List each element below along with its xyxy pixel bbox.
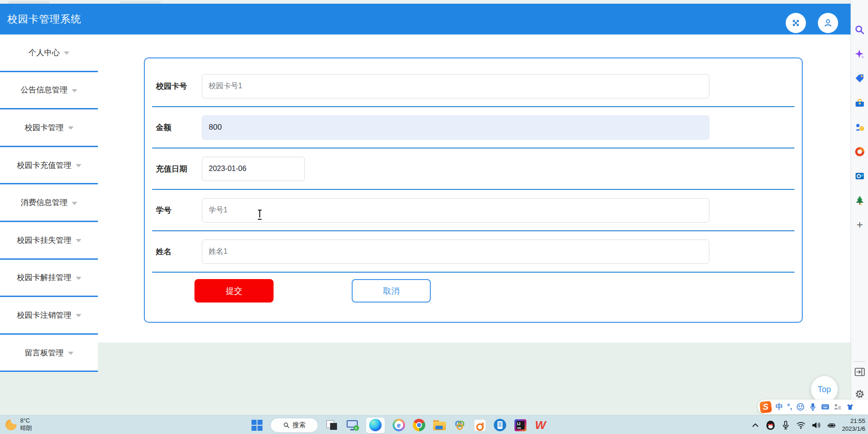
nav-item-label: 公告信息管理	[21, 85, 68, 95]
file-explorer-icon[interactable]	[433, 419, 445, 431]
form-row-name: 姓名	[152, 231, 794, 273]
tray-clock[interactable]: 21:55 2023/1/6	[842, 417, 865, 433]
nav-item-cancellation-mgmt[interactable]: 校园卡注销管理	[0, 297, 98, 335]
fullscreen-icon	[791, 18, 801, 28]
nav-item-personal-center[interactable]: 个人中心	[0, 34, 98, 72]
weather-temp: 8°C	[20, 417, 32, 425]
chevron-down-icon	[76, 314, 81, 317]
nav-item-label: 留言板管理	[25, 348, 64, 358]
chevron-down-icon	[76, 239, 81, 242]
wifi-icon[interactable]	[796, 421, 805, 430]
user-icon	[822, 17, 834, 29]
xshell-icon[interactable]: x	[346, 419, 358, 431]
recharge-date-input[interactable]	[202, 157, 305, 181]
ime-toolbar: S 中 °,	[758, 400, 868, 414]
nav-item-label: 个人中心	[29, 47, 60, 58]
name-label: 姓名	[152, 246, 202, 257]
windows-start-icon[interactable]	[251, 419, 263, 431]
search-icon[interactable]	[854, 24, 866, 36]
navicat-icon[interactable]	[453, 419, 466, 431]
phrase-icon[interactable]	[834, 403, 842, 411]
recharge-form-panel: 校园卡号 金额 充值日期 学号 姓名 提交 取消	[144, 57, 803, 323]
nav-item-loss-report-mgmt[interactable]: 校园卡挂失管理	[0, 222, 98, 260]
volume-icon[interactable]	[811, 421, 821, 430]
office-icon[interactable]	[854, 146, 866, 158]
nav-item-announcement-mgmt[interactable]: 公告信息管理	[0, 72, 98, 110]
weather-widget[interactable]: 8°C 晴朗	[6, 417, 32, 432]
nav-item-card-mgmt[interactable]: 校园卡管理	[0, 109, 98, 147]
task-view-icon[interactable]	[326, 419, 338, 431]
form-row-card-number: 校园卡号	[152, 66, 794, 107]
weather-condition: 晴朗	[20, 425, 32, 432]
media-app-icon[interactable]	[474, 419, 486, 431]
microphone-icon[interactable]	[781, 421, 790, 430]
form-buttons-row: 提交 取消	[152, 279, 794, 303]
collapse-sidebar-icon[interactable]	[855, 368, 865, 378]
nav-item-message-board-mgmt[interactable]: 留言板管理	[0, 335, 98, 372]
page-body: 个人中心 公告信息管理 校园卡管理 校园卡充值管理 消费信息管理 校园卡挂失管理…	[0, 34, 851, 415]
ime-punctuation[interactable]: °,	[787, 403, 792, 411]
app-header: 校园卡管理系统	[0, 4, 851, 34]
cancel-button[interactable]: 取消	[352, 279, 431, 303]
ie-360-browser-icon[interactable]: e	[393, 419, 405, 431]
left-nav: 个人中心 公告信息管理 校园卡管理 校园卡充值管理 消费信息管理 校园卡挂失管理…	[0, 34, 98, 372]
nav-item-recharge-mgmt[interactable]: 校园卡充值管理	[0, 147, 98, 185]
user-button[interactable]	[818, 13, 838, 33]
taskbar-search-label: 搜索	[293, 421, 306, 429]
chevron-down-icon	[72, 89, 77, 92]
form-row-student-id: 学号	[152, 190, 794, 231]
chevron-down-icon	[72, 202, 77, 205]
qq-icon[interactable]	[766, 421, 775, 430]
chevron-down-icon	[64, 51, 69, 55]
nav-item-label: 校园卡挂失管理	[17, 235, 72, 246]
toolbox-icon[interactable]	[854, 97, 866, 109]
soft-keyboard-icon[interactable]	[821, 403, 829, 411]
voice-input-icon[interactable]	[809, 403, 817, 411]
shopping-icon[interactable]	[854, 73, 866, 85]
nav-item-consumption-mgmt[interactable]: 消费信息管理	[0, 184, 98, 222]
skin-icon[interactable]	[846, 403, 854, 411]
fullscreen-button[interactable]	[786, 13, 806, 33]
games-icon[interactable]	[854, 121, 866, 133]
tray-time: 21:55	[842, 417, 865, 425]
chevron-down-icon	[76, 164, 81, 167]
battery-icon[interactable]	[827, 421, 836, 430]
nav-item-label: 校园卡解挂管理	[17, 272, 72, 283]
card-number-input[interactable]	[202, 74, 709, 98]
text-cursor	[257, 209, 262, 218]
name-input[interactable]	[202, 240, 709, 264]
taskbar-icons: 搜索 x e IJ W	[251, 416, 547, 434]
ime-mode-chinese[interactable]: 中	[776, 402, 783, 412]
sidebar-divider	[854, 361, 866, 362]
taskbar-search[interactable]: 搜索	[271, 418, 318, 432]
amount-label: 金额	[152, 122, 202, 133]
system-tray: 21:55 2023/1/6	[751, 416, 865, 434]
submit-button[interactable]: 提交	[194, 279, 274, 303]
amount-input[interactable]	[202, 115, 709, 140]
tree-icon[interactable]	[854, 194, 866, 206]
phone-link-icon[interactable]	[494, 419, 506, 431]
wps-office-icon[interactable]: W	[534, 419, 547, 431]
copilot-icon[interactable]	[854, 48, 866, 60]
nav-item-unfreeze-mgmt[interactable]: 校园卡解挂管理	[0, 260, 98, 297]
add-to-sidebar-icon[interactable]: +	[854, 219, 866, 231]
moon-weather-icon	[6, 419, 17, 430]
form-row-amount: 金额	[152, 107, 794, 148]
back-to-top-button[interactable]: Top	[811, 376, 838, 403]
student-id-label: 学号	[152, 205, 202, 216]
emoji-icon[interactable]	[796, 403, 805, 411]
tray-expand-icon[interactable]	[751, 421, 760, 430]
recharge-date-label: 充值日期	[152, 164, 202, 174]
sogou-logo-icon[interactable]: S	[760, 400, 772, 413]
edge-browser-icon[interactable]	[366, 417, 385, 433]
nav-item-label: 消费信息管理	[21, 197, 68, 208]
chevron-down-icon	[68, 352, 74, 355]
intellij-idea-icon[interactable]: IJ	[514, 419, 526, 431]
taskbar: 8°C 晴朗 搜索 x e IJ W	[0, 415, 868, 434]
tray-date: 2023/1/6	[842, 425, 865, 433]
nav-item-label: 校园卡管理	[25, 122, 64, 133]
outlook-icon[interactable]	[854, 170, 866, 182]
student-id-input[interactable]	[202, 198, 709, 223]
chrome-icon[interactable]	[413, 419, 425, 431]
app-title: 校园卡管理系统	[7, 4, 81, 34]
